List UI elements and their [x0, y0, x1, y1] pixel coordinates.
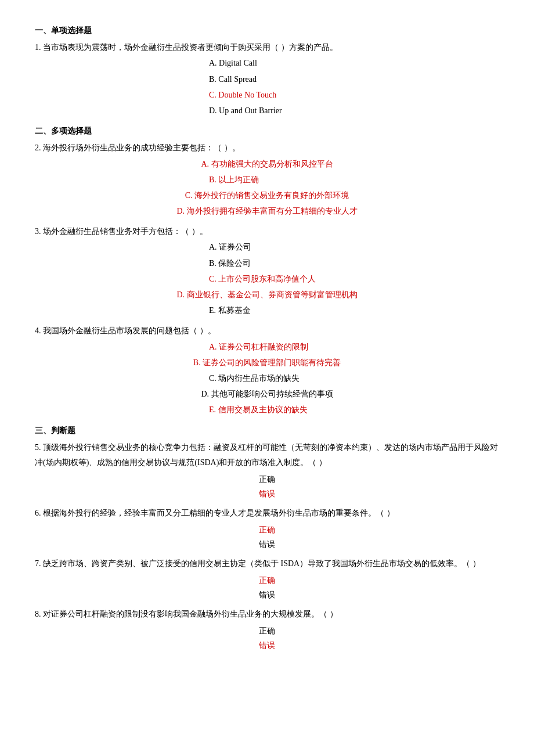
q6-answers: 正确 错误 — [35, 523, 499, 552]
q2-options: A. 有功能强大的交易分析和风控平台 B. 以上均正确 C. 海外投行的销售交易… — [35, 157, 499, 220]
section3-title: 三、判断题 — [35, 423, 499, 438]
q1-options: A. Digital Call B. Call Spread C. Double… — [35, 56, 499, 119]
q3-option-b: B. 保险公司 — [209, 256, 325, 271]
q1-option-a: A. Digital Call — [209, 56, 325, 70]
q7-answers: 正确 错误 — [35, 573, 499, 602]
q4-option-a: A. 证券公司杠杆融资的限制 — [209, 340, 325, 354]
q2-option-b: B. 以上均正确 — [209, 172, 325, 187]
q2-option-a: A. 有功能强大的交易分析和风控平台 — [201, 157, 333, 171]
q1-option-c: C. Double No Touch — [209, 88, 325, 102]
q3-options: A. 证券公司 B. 保险公司 C. 上市公司股东和高净值个人 D. 商业银行、… — [35, 240, 499, 319]
q3-option-c: C. 上市公司股东和高净值个人 — [209, 272, 325, 286]
question-8: 8. 对证券公司杠杆融资的限制没有影响我国金融场外衍生品业务的大规模发展。（ ） — [35, 607, 499, 622]
q4-options: A. 证券公司杠杆融资的限制 B. 证券公司的风险管理部门职能有待完善 C. 场… — [35, 340, 499, 419]
q6-correct: 正确 — [259, 523, 275, 537]
q2-option-c: C. 海外投行的销售交易业务有良好的外部环境 — [185, 188, 349, 203]
q2-option-d: D. 海外投行拥有经验丰富而有分工精细的专业人才 — [176, 204, 357, 218]
q5-wrong: 错误 — [259, 487, 275, 501]
question-3: 3. 场外金融衍生品销售业务对手方包括：（ ）。 — [35, 224, 499, 239]
q4-option-b: B. 证券公司的风险管理部门职能有待完善 — [193, 355, 341, 370]
q8-correct: 正确 — [259, 624, 275, 638]
q8-answers: 正确 错误 — [35, 624, 499, 653]
q5-answers: 正确 错误 — [35, 472, 499, 501]
q7-wrong: 错误 — [259, 588, 275, 602]
question-6: 6. 根据海外投行的经验，经验丰富而又分工精细的专业人才是发展场外衍生品市场的重… — [35, 506, 499, 521]
q7-correct: 正确 — [259, 573, 275, 588]
q4-option-c: C. 场内衍生品市场的缺失 — [209, 371, 325, 386]
q6-wrong: 错误 — [259, 537, 275, 552]
question-1: 1. 当市场表现为震荡时，场外金融衍生品投资者更倾向于购买采用（ ）方案的产品。 — [35, 40, 499, 55]
q3-option-d: D. 商业银行、基金公司、券商资管等财富管理机构 — [176, 287, 357, 302]
question-4: 4. 我国场外金融衍生品市场发展的问题包括（ ）。 — [35, 323, 499, 338]
q1-option-d: D. Up and Out Barrier — [209, 103, 325, 118]
section2-title: 二、多项选择题 — [35, 124, 499, 138]
q4-option-e: E. 信用交易及主协议的缺失 — [209, 402, 325, 417]
q5-correct: 正确 — [259, 472, 275, 487]
q3-option-e: E. 私募基金 — [209, 303, 325, 318]
question-7: 7. 缺乏跨市场、跨资产类别、被广泛接受的信用交易主协定（类似于 ISDA）导致… — [35, 556, 499, 572]
q4-option-d: D. 其他可能影响公司持续经营的事项 — [201, 387, 333, 401]
q8-wrong: 错误 — [259, 638, 275, 653]
q1-option-b: B. Call Spread — [209, 72, 325, 87]
section1-title: 一、单项选择题 — [35, 23, 499, 38]
q3-option-a: A. 证券公司 — [209, 240, 325, 254]
question-2: 2. 海外投行场外衍生品业务的成功经验主要包括：（ ）。 — [35, 141, 499, 155]
question-5: 5. 顶级海外投行销售交易业务的核心竞争力包括：融资及杠杆的可能性（无苛刻的净资… — [35, 440, 499, 471]
